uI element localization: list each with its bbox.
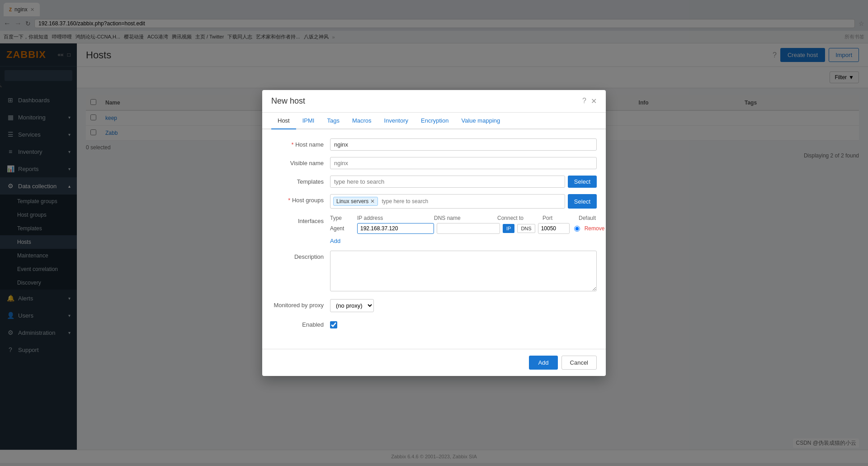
- monitored-by-label: Monitored by proxy: [271, 299, 330, 309]
- host-groups-label: Host groups: [271, 194, 330, 204]
- add-button[interactable]: Add: [529, 356, 557, 370]
- enabled-checkbox[interactable]: [330, 321, 337, 328]
- visible-name-row: Visible name: [271, 157, 597, 169]
- interface-port-input[interactable]: [538, 223, 570, 234]
- interfaces-row: Interfaces Type IP address DNS name Conn…: [271, 215, 597, 244]
- proxy-select[interactable]: (no proxy): [330, 299, 374, 312]
- cancel-button[interactable]: Cancel: [561, 356, 597, 370]
- modal-footer: Add Cancel: [262, 349, 606, 376]
- visible-name-label: Visible name: [271, 157, 330, 166]
- host-name-control: [330, 138, 597, 151]
- col-type-header: Type: [330, 215, 357, 221]
- host-groups-input-row: Linux servers ✕ Select: [330, 194, 597, 209]
- enabled-label: Enabled: [271, 319, 330, 328]
- agent-label: Agent: [330, 225, 354, 232]
- interface-row: Agent IP DNS Remove: [330, 223, 606, 234]
- templates-control: Select: [330, 176, 597, 188]
- templates-label: Templates: [271, 176, 330, 185]
- interface-ip-input[interactable]: [357, 223, 434, 234]
- modal-header: New host ? ✕: [262, 90, 606, 113]
- col-connect-header: Connect to: [497, 215, 542, 221]
- add-interface-link[interactable]: Add: [330, 238, 340, 244]
- tab-inventory[interactable]: Inventory: [378, 113, 415, 129]
- modal-header-actions: ? ✕: [582, 97, 597, 105]
- modal-close-icon[interactable]: ✕: [591, 97, 597, 105]
- visible-name-input[interactable]: [330, 157, 597, 169]
- templates-search-input[interactable]: [330, 176, 565, 188]
- description-label: Description: [271, 251, 330, 260]
- tab-encryption[interactable]: Encryption: [415, 113, 455, 129]
- modal-title: New host: [271, 96, 305, 106]
- monitored-by-control: (no proxy): [330, 299, 597, 312]
- interfaces-header: Type IP address DNS name Connect to Port…: [330, 215, 606, 221]
- templates-row: Templates Select: [271, 176, 597, 188]
- host-groups-tag-container[interactable]: Linux servers ✕: [330, 194, 565, 209]
- tab-ipmi[interactable]: IPMI: [296, 113, 321, 129]
- monitored-by-row: Monitored by proxy (no proxy): [271, 299, 597, 312]
- linux-servers-tag[interactable]: Linux servers ✕: [333, 197, 378, 206]
- tab-value-mapping[interactable]: Value mapping: [455, 113, 506, 129]
- tag-remove-icon[interactable]: ✕: [370, 198, 375, 204]
- host-name-input[interactable]: [330, 138, 597, 151]
- templates-input-row: Select: [330, 176, 597, 188]
- description-control: [330, 251, 597, 293]
- connect-dns-button[interactable]: DNS: [517, 224, 535, 233]
- modal-help-icon[interactable]: ?: [582, 97, 586, 105]
- col-port-header: Port: [542, 215, 579, 221]
- host-groups-row: Host groups Linux servers ✕ Select: [271, 194, 597, 209]
- interfaces-control: Type IP address DNS name Connect to Port…: [330, 215, 606, 244]
- interface-default-radio[interactable]: [574, 226, 580, 232]
- host-groups-search-input[interactable]: [380, 197, 561, 205]
- host-groups-control: Linux servers ✕ Select: [330, 194, 597, 209]
- enabled-row: Enabled: [271, 319, 597, 330]
- tab-tags[interactable]: Tags: [321, 113, 345, 129]
- col-default-header: Default: [579, 215, 606, 221]
- templates-select-button[interactable]: Select: [568, 176, 597, 188]
- visible-name-control: [330, 157, 597, 169]
- col-dns-header: DNS name: [434, 215, 497, 221]
- enabled-control: [330, 319, 597, 330]
- modal-overlay: New host ? ✕ Host IPMI Tags Macros Inven…: [0, 0, 868, 463]
- interface-dns-input[interactable]: [437, 223, 500, 234]
- description-row: Description: [271, 251, 597, 293]
- connect-ip-button[interactable]: IP: [503, 224, 514, 233]
- new-host-modal: New host ? ✕ Host IPMI Tags Macros Inven…: [262, 90, 606, 376]
- tag-label: Linux servers: [336, 198, 368, 204]
- modal-tabs: Host IPMI Tags Macros Inventory Encrypti…: [262, 113, 606, 129]
- host-groups-select-button[interactable]: Select: [568, 194, 597, 209]
- modal-body: Host name Visible name Templates Select: [262, 129, 606, 345]
- tab-host[interactable]: Host: [271, 113, 296, 129]
- tab-macros[interactable]: Macros: [346, 113, 378, 129]
- col-ip-header: IP address: [357, 215, 434, 221]
- interfaces-label: Interfaces: [271, 215, 330, 224]
- host-name-row: Host name: [271, 138, 597, 151]
- description-textarea[interactable]: [330, 251, 597, 291]
- interface-remove-link[interactable]: Remove: [585, 225, 605, 232]
- host-name-label: Host name: [271, 138, 330, 148]
